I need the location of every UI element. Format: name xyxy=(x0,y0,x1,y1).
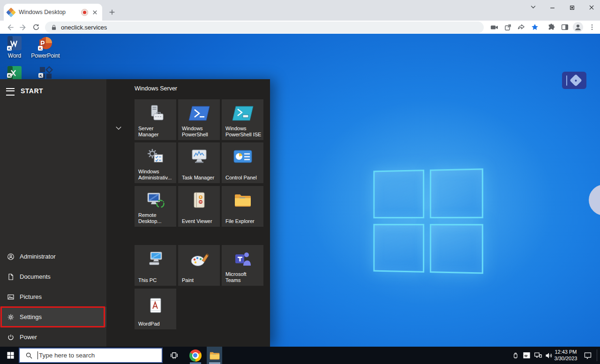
tile-label: Windows PowerShell xyxy=(182,126,218,138)
sidebar-item-label: Power xyxy=(20,334,37,341)
open-in-new-icon[interactable] xyxy=(502,21,514,33)
shortcut-arrow-icon xyxy=(38,46,43,51)
window-maximize-button[interactable] xyxy=(565,2,579,13)
show-desktop-divider[interactable] xyxy=(597,349,597,361)
teams-icon xyxy=(233,252,252,267)
remote-desktop-icon xyxy=(146,192,165,208)
tile-wordpad[interactable]: WordPad xyxy=(135,289,176,329)
side-panel-icon[interactable] xyxy=(559,21,571,33)
clock-time: 12:43 PM xyxy=(555,349,577,356)
shortcut-arrow-icon xyxy=(38,73,43,78)
event-viewer-icon xyxy=(192,192,207,208)
share-icon[interactable] xyxy=(515,21,527,33)
tile-group-title: Windows Server xyxy=(135,85,177,92)
taskbar-clock[interactable]: 12:43 PM 3/30/2023 xyxy=(553,347,578,364)
action-center-button[interactable] xyxy=(581,347,594,364)
text-cursor xyxy=(38,351,38,359)
profile-avatar[interactable] xyxy=(572,21,584,33)
power-icon xyxy=(7,334,15,341)
admin-tools-icon xyxy=(146,148,165,165)
input-indicator-icon[interactable] xyxy=(521,347,532,364)
address-bar[interactable]: oneclick.services xyxy=(45,22,484,33)
tile-this-pc[interactable]: This PC xyxy=(135,245,176,286)
file-explorer-icon xyxy=(209,351,220,360)
tile-label: Event Viewer xyxy=(182,218,218,224)
sidebar-item-administrator[interactable]: Administrator xyxy=(0,246,106,267)
tile-windows-administrative-tools[interactable]: Windows Administrativ... xyxy=(135,142,176,183)
tile-label: Paint xyxy=(182,277,218,283)
running-indicator xyxy=(209,363,220,364)
widget-diamond-icon xyxy=(570,74,582,87)
control-panel-icon xyxy=(233,150,252,163)
hamburger-menu-icon[interactable] xyxy=(6,88,15,96)
tile-microsoft-teams[interactable]: Microsoft Teams xyxy=(222,245,263,286)
tab-close-icon[interactable] xyxy=(91,9,98,16)
desktop-icon-label: Word xyxy=(0,52,30,59)
windows-logo-icon xyxy=(7,351,15,359)
shortcut-arrow-icon xyxy=(7,46,12,51)
tile-file-explorer[interactable]: File Explorer xyxy=(222,186,263,227)
tile-remote-desktop[interactable]: Remote Desktop... xyxy=(135,186,176,227)
tile-paint[interactable]: Paint xyxy=(178,245,220,286)
pictures-icon xyxy=(7,293,15,301)
back-button[interactable] xyxy=(4,21,16,33)
usb-tray-icon[interactable] xyxy=(510,347,520,364)
forward-button[interactable] xyxy=(17,21,29,33)
start-button[interactable] xyxy=(0,347,21,364)
powershell-icon xyxy=(188,106,210,121)
sidebar-item-label: Documents xyxy=(20,273,51,280)
new-tab-button[interactable] xyxy=(108,8,116,16)
network-tray-icon[interactable] xyxy=(532,347,544,364)
tile-label: This PC xyxy=(138,277,174,283)
tab-search-chevron-icon[interactable] xyxy=(526,1,540,12)
widget-handle-icon xyxy=(566,75,567,86)
window-close-button[interactable] xyxy=(585,2,599,13)
overlay-menu-widget[interactable] xyxy=(562,72,586,89)
tile-label: Microsoft Teams xyxy=(225,271,262,283)
tile-label: Task Manager xyxy=(182,175,218,181)
recording-indicator-icon xyxy=(81,9,88,16)
desktop-icon-excel-partial[interactable] xyxy=(7,66,22,79)
tab-favicon-icon xyxy=(6,7,16,17)
tile-control-panel[interactable]: Control Panel xyxy=(222,142,263,183)
reload-button[interactable] xyxy=(30,21,42,33)
tile-task-manager[interactable]: Task Manager xyxy=(178,142,220,183)
desktop-icon-app-partial[interactable] xyxy=(38,66,53,79)
tile-label: Control Panel xyxy=(225,175,262,181)
edge-floating-button[interactable] xyxy=(589,185,600,215)
sidebar-item-documents[interactable]: Documents xyxy=(0,267,106,287)
tile-label: File Explorer xyxy=(225,218,262,224)
search-placeholder: Type here to search xyxy=(39,352,95,359)
tile-label: Windows Administrativ... xyxy=(138,169,174,181)
search-icon xyxy=(25,352,33,359)
desktop-icon-powerpoint[interactable]: PowerPoint xyxy=(30,36,60,59)
wordpad-icon xyxy=(149,297,163,314)
window-minimize-button[interactable] xyxy=(545,2,559,13)
desktop-icon-word[interactable]: Word xyxy=(0,36,30,59)
powershell-ise-icon xyxy=(232,106,254,121)
annotation-highlight-box xyxy=(0,306,105,327)
document-icon xyxy=(7,273,15,281)
notification-icon xyxy=(584,352,592,359)
taskbar-file-explorer-button[interactable] xyxy=(207,347,222,364)
taskbar-chrome-button[interactable] xyxy=(188,347,203,364)
sidebar-item-pictures[interactable]: Pictures xyxy=(0,287,106,307)
sidebar-item-power[interactable]: Power xyxy=(0,327,106,347)
screen-capture-icon[interactable] xyxy=(488,21,500,33)
bookmark-star-icon[interactable] xyxy=(529,21,541,33)
task-view-button[interactable] xyxy=(166,347,181,364)
browser-tab[interactable]: Windows Desktop xyxy=(4,4,102,21)
clock-date: 3/30/2023 xyxy=(555,356,578,362)
tile-label: Server Manager xyxy=(138,126,174,138)
extensions-icon[interactable] xyxy=(545,21,557,33)
browser-menu-icon[interactable] xyxy=(586,21,598,33)
tile-windows-powershell-ise[interactable]: Windows PowerShell ISE xyxy=(222,99,263,140)
tile-server-manager[interactable]: Server Manager xyxy=(135,99,176,140)
tile-label: WordPad xyxy=(138,321,174,327)
taskbar-search-input[interactable]: Type here to search xyxy=(19,348,163,363)
task-view-icon xyxy=(170,351,179,360)
chevron-down-icon[interactable] xyxy=(114,124,123,132)
tile-event-viewer[interactable]: Event Viewer xyxy=(178,186,220,227)
screen: Windows Desktop oneclick. xyxy=(0,0,600,364)
tile-windows-powershell[interactable]: Windows PowerShell xyxy=(178,99,220,140)
